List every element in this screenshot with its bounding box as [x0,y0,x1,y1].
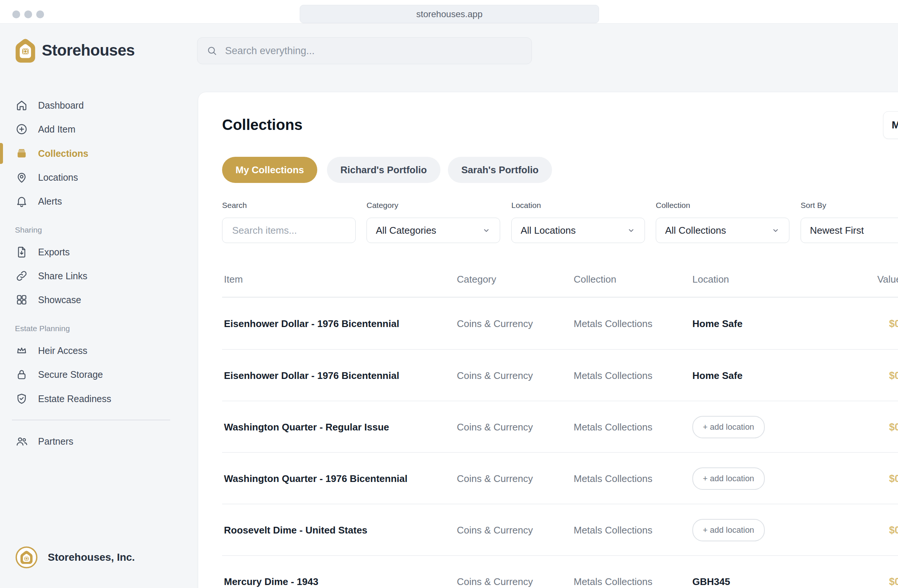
item-name[interactable]: Mercury Dime - 1943 [224,556,318,588]
item-value: $0 [821,350,898,401]
column-header-value: Value [821,274,898,285]
item-value: $0 [821,453,898,504]
app-window: storehouses.app Storehouses Dashboard Ad… [0,0,898,588]
table-row[interactable]: Mercury Dime - 1943 Coins & Currency Met… [0,556,898,588]
item-location: Home Safe [692,350,743,401]
table-row[interactable]: Roosevelt Dime - United States Coins & C… [0,504,898,556]
category-select[interactable]: All Categories [366,218,500,243]
sidebar-item-label: Share Links [38,271,87,282]
storage-box-icon [15,147,28,160]
items-search-field[interactable] [222,218,356,243]
sort-select-value: Newest First [810,225,864,236]
filter-label-category: Category [366,201,398,210]
link-icon [15,269,28,283]
item-value: $0 [821,504,898,556]
item-name[interactable]: Washington Quarter - 1976 Bicentennial [224,453,407,504]
sidebar-section-sharing: Sharing [15,225,42,234]
chevron-down-icon [482,226,491,235]
location-select[interactable]: All Locations [511,218,645,243]
chevron-down-icon [627,226,636,235]
item-value: $0 [821,297,898,350]
add-location-button[interactable]: + add location [692,467,765,490]
tab-sarahs-portfolio[interactable]: Sarah's Portfolio [448,157,552,183]
browser-titlebar: storehouses.app [0,0,898,23]
item-category: Coins & Currency [457,297,533,350]
item-name[interactable]: Roosevelt Dime - United States [224,504,367,556]
collection-select-value: All Collections [665,225,726,236]
window-zoom-button[interactable] [36,11,44,18]
table-row[interactable]: Washington Quarter - 1976 Bicentennial C… [0,453,898,504]
sidebar-item-label: Exports [38,247,70,258]
item-category: Coins & Currency [457,504,533,556]
item-category: Coins & Currency [457,401,533,453]
column-header-collection: Collection [574,274,616,285]
filter-label-sort: Sort By [801,201,826,210]
item-category: Coins & Currency [457,556,533,588]
file-export-icon [15,245,28,259]
column-header-category: Category [457,274,497,285]
table-row[interactable]: Eisenhower Dollar - 1976 Bicentennial Co… [0,297,898,350]
tab-label: Richard's Portfolio [340,164,427,176]
filter-label-search: Search [222,201,247,210]
item-collection: Metals Collections [574,556,652,588]
search-icon [206,45,218,56]
item-name[interactable]: Eisenhower Dollar - 1976 Bicentennial [224,297,399,350]
sidebar-item-label: Dashboard [38,100,84,111]
window-close-button[interactable] [12,11,20,18]
sidebar-item-alerts[interactable]: Alerts [15,189,62,213]
item-collection: Metals Collections [574,401,652,453]
plus-circle-icon [15,122,28,136]
collection-select[interactable]: All Collections [656,218,789,243]
add-location-button[interactable]: + add location [692,416,765,438]
active-item-indicator [0,143,3,164]
items-search-input[interactable] [231,225,346,237]
tab-my-collections[interactable]: My Collections [222,157,317,183]
table-row[interactable]: Eisenhower Dollar - 1976 Bicentennial Co… [0,350,898,401]
item-category: Coins & Currency [457,453,533,504]
global-search[interactable] [197,37,532,64]
item-name[interactable]: Washington Quarter - Regular Issue [224,401,389,453]
tab-label: Sarah's Portfolio [461,164,538,176]
sidebar-item-add-item[interactable]: Add Item [15,117,75,141]
table-row[interactable]: Washington Quarter - Regular Issue Coins… [0,401,898,453]
column-header-item: Item [224,274,243,285]
item-value: $0 [821,556,898,588]
tab-label: My Collections [235,164,304,176]
sidebar-item-label: Locations [38,172,78,183]
item-location: Home Safe [692,297,743,350]
brand-name: Storehouses [42,42,135,59]
item-name[interactable]: Eisenhower Dollar - 1976 Bicentennial [224,350,399,401]
home-icon [15,99,28,112]
chevron-down-icon [771,226,780,235]
item-location: GBH345 [692,556,730,588]
sidebar-item-label: Alerts [38,196,62,207]
item-collection: Metals Collections [574,453,652,504]
location-select-value: All Locations [521,225,575,236]
item-collection: Metals Collections [574,504,652,556]
sidebar-item-collections[interactable]: Collections [15,142,88,165]
sort-select[interactable]: Newest First [801,218,898,243]
page-title: Collections [222,117,303,133]
storehouses-logo-icon [15,38,36,63]
truncated-action-button[interactable]: M [883,111,898,139]
item-collection: Metals Collections [574,350,652,401]
column-header-location: Location [692,274,729,285]
add-location-button[interactable]: + add location [692,519,765,541]
global-search-input[interactable] [224,45,523,57]
map-pin-icon [15,171,28,184]
filter-label-collection: Collection [656,201,690,210]
item-value: $0 [821,401,898,453]
app-logo-lockup[interactable]: Storehouses [15,38,135,63]
tab-richards-portfolio[interactable]: Richard's Portfolio [327,157,440,183]
filter-label-location: Location [511,201,541,210]
sidebar-item-dashboard[interactable]: Dashboard [15,93,84,117]
category-select-value: All Categories [376,225,436,236]
sidebar-item-share-links[interactable]: Share Links [15,264,87,288]
address-bar[interactable]: storehouses.app [300,5,599,23]
window-minimize-button[interactable] [24,11,32,18]
sidebar-item-exports[interactable]: Exports [15,240,70,264]
item-category: Coins & Currency [457,350,533,401]
url-text: storehouses.app [416,9,482,19]
sidebar-item-locations[interactable]: Locations [15,165,78,189]
sidebar-item-label: Add Item [38,124,75,135]
